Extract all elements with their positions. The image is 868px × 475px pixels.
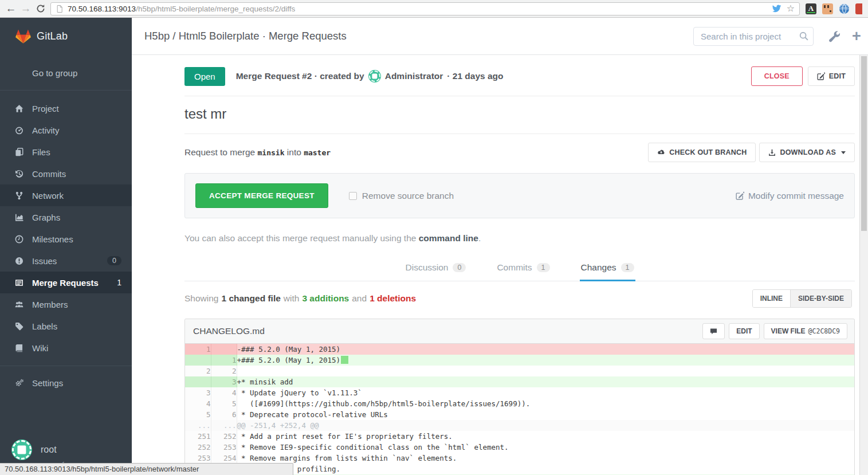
mr-meta: Merge Request #2 · created by Administra… <box>236 70 504 83</box>
comment-icon <box>710 328 717 335</box>
old-line-number[interactable] <box>185 376 211 387</box>
new-line-number[interactable]: 252 <box>211 431 237 442</box>
page-scrollbar[interactable] <box>859 55 868 475</box>
new-line-number[interactable]: 3 <box>211 376 237 387</box>
scrollbar-thumb[interactable] <box>861 56 867 231</box>
browser-forward-icon[interactable]: → <box>18 1 33 17</box>
download-as-button[interactable]: DOWNLOAD AS <box>759 143 855 162</box>
new-line-number[interactable]: 2 <box>211 366 237 376</box>
side-by-side-view-button[interactable]: SIDE-BY-SIDE <box>790 290 851 307</box>
comment-button[interactable] <box>702 323 725 339</box>
extension-a-icon[interactable]: A <box>806 3 816 14</box>
bookmark-star-icon[interactable]: ☆ <box>787 3 795 14</box>
sidebar-item-activity[interactable]: Activity <box>0 119 132 141</box>
chevron-down-icon <box>841 151 846 154</box>
diff-line: 1 -### 5.2.0 (May 1, 2015) <box>185 344 854 355</box>
old-line-number[interactable]: 4 <box>185 398 211 409</box>
edit-button[interactable]: EDIT <box>808 66 855 86</box>
go-to-group-link[interactable]: Go to group <box>0 55 132 90</box>
url-text: 70.50.168.113:9013/h5bp/html5-boilerplat… <box>68 5 772 13</box>
old-line-number[interactable]: 3 <box>185 387 211 398</box>
new-line-number[interactable] <box>211 344 237 355</box>
sidebar-item-files[interactable]: Files <box>0 141 132 163</box>
new-line-number[interactable]: 6 <box>211 409 237 420</box>
new-line-number[interactable]: 5 <box>211 398 237 409</box>
old-line-number[interactable]: 5 <box>185 409 211 420</box>
user-avatar <box>11 439 32 460</box>
old-line-number[interactable]: 2 <box>185 366 211 376</box>
sidebar-item-merge-requests[interactable]: Merge Requests 1 <box>0 272 132 293</box>
browser-reload-icon[interactable] <box>33 4 48 13</box>
breadcrumb: H5bp / Html5 Boilerplate · Merge Request… <box>144 30 347 42</box>
new-line-number[interactable]: 253 <box>211 442 237 453</box>
sidebar-divider: Settings <box>0 366 132 394</box>
sidebar-item-commits[interactable]: Commits <box>0 163 132 184</box>
new-line-number[interactable]: 4 <box>211 387 237 398</box>
diff-line: 252 253 * Remove IE9-specific conditiona… <box>185 442 854 453</box>
diff-line-content: * Add a print reset for IE's proprietary… <box>237 431 854 442</box>
tab-changes[interactable]: Changes 1 <box>580 257 635 281</box>
status-badge: Open <box>184 67 225 86</box>
diff-line-content: @@ -251,4 +252,4 @@ <box>237 420 854 431</box>
diff-file-box: CHANGELOG.md EDIT VIEW FILE @c2c8dc9 1 <box>184 319 855 475</box>
extension-orange-icon[interactable] <box>822 3 833 14</box>
old-line-number[interactable]: 253 <box>185 453 211 464</box>
new-line-number[interactable]: 1 <box>211 355 237 366</box>
old-line-number[interactable]: 1 <box>185 344 211 355</box>
url-bar[interactable]: 70.50.168.113:9013/h5bp/html5-boilerplat… <box>50 2 800 15</box>
diff-line: 3 +* minsik add <box>185 376 854 387</box>
mr-tabs: Discussion 0 Commits 1 Changes 1 <box>184 257 855 281</box>
browser-back-icon[interactable]: ← <box>3 1 18 17</box>
new-project-plus-icon[interactable]: + <box>852 29 865 44</box>
author-name: Administrator <box>385 71 443 81</box>
old-line-number[interactable]: 251 <box>185 431 211 442</box>
old-line-number[interactable] <box>185 355 211 366</box>
sidebar-item-network[interactable]: Network <box>0 184 132 206</box>
view-file-button[interactable]: VIEW FILE @c2c8dc9 <box>764 323 847 339</box>
sidebar-item-members[interactable]: Members <box>0 293 132 315</box>
sidebar-item-labels[interactable]: Labels <box>0 315 132 337</box>
current-user[interactable]: root <box>11 439 57 460</box>
extension-partial-icon[interactable] <box>855 3 862 14</box>
close-button[interactable]: CLOSE <box>751 66 803 86</box>
search-input[interactable] <box>693 27 814 46</box>
tab-discussion[interactable]: Discussion 0 <box>404 257 468 281</box>
diff-line-content <box>237 366 854 376</box>
diff-line: 5 6 * Deprecate protocol-relative URLs <box>185 409 854 420</box>
sidebar-item-graphs[interactable]: Graphs <box>0 206 132 228</box>
gitlab-logo[interactable]: GitLab <box>0 18 132 55</box>
tab-count-badge: 1 <box>537 263 550 272</box>
admin-wrench-icon[interactable] <box>828 30 840 42</box>
old-line-number[interactable]: ... <box>185 420 211 431</box>
new-line-number[interactable]: 254 <box>211 453 237 464</box>
link-status-bar: 70.50.168.113:9013/h5bp/html5-boilerplat… <box>0 463 293 475</box>
tab-count-badge: 1 <box>621 263 634 272</box>
tab-commits[interactable]: Commits 1 <box>496 257 551 281</box>
modify-commit-message-link[interactable]: Modify commit message <box>736 191 844 201</box>
manual-accept-hint: You can also accept this merge request m… <box>184 218 855 244</box>
old-line-number[interactable]: 252 <box>185 442 211 453</box>
app-header: H5bp / Html5 Boilerplate · Merge Request… <box>132 18 868 55</box>
sidebar-item-issues[interactable]: Issues 0 <box>0 250 132 272</box>
sidebar-item-settings[interactable]: Settings <box>0 372 132 394</box>
remove-source-branch-checkbox[interactable] <box>349 192 357 200</box>
check-out-branch-button[interactable]: CHECK OUT BRANCH <box>648 143 756 162</box>
inline-view-button[interactable]: INLINE <box>753 290 790 307</box>
file-name: CHANGELOG.md <box>193 326 265 336</box>
twitter-icon[interactable] <box>772 5 781 13</box>
sidebar-item-wiki[interactable]: Wiki <box>0 337 132 359</box>
diff-line-content: -### 5.2.0 (May 1, 2015) <box>237 344 854 355</box>
remove-source-branch-label: Remove source branch <box>362 191 454 201</box>
new-line-number[interactable]: ... <box>211 420 237 431</box>
sidebar-item-project[interactable]: Project <box>0 97 132 119</box>
command-line-link[interactable]: command line <box>419 233 478 243</box>
request-to-merge-text: Request to merge minsik into master <box>184 147 331 158</box>
file-edit-button[interactable]: EDIT <box>729 323 759 339</box>
sidebar-badge: 1 <box>117 278 121 287</box>
globe-extension-icon[interactable] <box>839 3 850 14</box>
diff-line-content: * Remove IE9-specific conditional class … <box>237 442 854 453</box>
accept-merge-request-button[interactable]: ACCEPT MERGE REQUEST <box>195 183 328 208</box>
home-icon <box>15 104 23 113</box>
sidebar-item-milestones[interactable]: Milestones <box>0 228 132 250</box>
diff-view-toggle: INLINE SIDE-BY-SIDE <box>752 289 852 308</box>
